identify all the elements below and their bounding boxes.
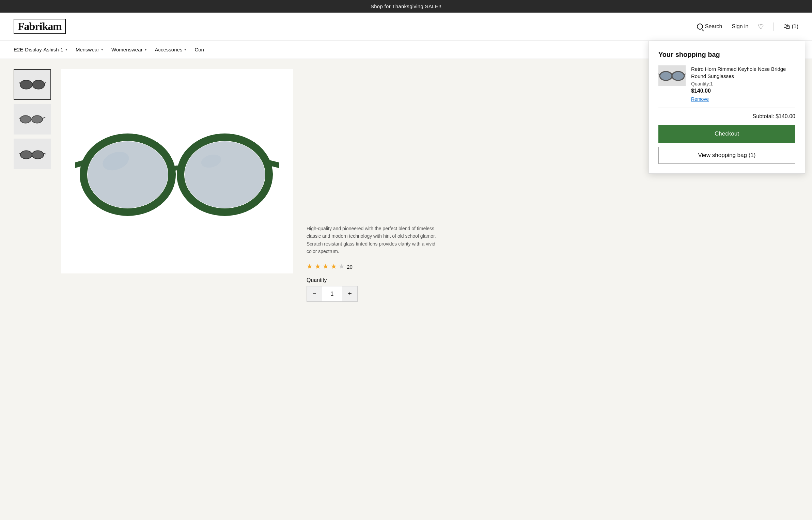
sign-in-button[interactable]: Sign in: [732, 23, 749, 30]
bag-item-info: Retro Horn Rimmed Keyhole Nose Bridge Ro…: [691, 65, 795, 102]
review-count: 20: [347, 264, 353, 270]
thumbnail-3[interactable]: [14, 139, 51, 169]
nav-item-accessories[interactable]: Accessories ▾: [155, 41, 195, 59]
shopping-bag-panel: Your shopping bag Retro Horn Rimmed Keyh…: [649, 41, 805, 174]
cart-button[interactable]: 🛍 (1): [783, 22, 798, 30]
header: Fabrikam Search Sign in ♡ 🛍 (1): [0, 13, 812, 41]
quantity-control: − 1 +: [307, 286, 358, 302]
bag-item-name: Retro Horn Rimmed Keyhole Nose Bridge Ro…: [691, 65, 795, 80]
thumbnail-1[interactable]: [14, 69, 51, 100]
nav-item-womenswear-label: Womenswear: [111, 47, 142, 52]
thumbnail-list: [14, 69, 51, 273]
nav-item-menswear[interactable]: Menswear ▾: [76, 41, 111, 59]
star-rating: ★ ★ ★ ★ ★: [307, 262, 345, 270]
nav-item-e2e-label: E2E-Display-Ashish-1: [14, 47, 63, 52]
chevron-down-icon: ▾: [184, 47, 186, 52]
chevron-down-icon: ▾: [145, 47, 147, 52]
bag-item-image: [658, 65, 686, 86]
svg-point-6: [32, 116, 43, 123]
cart-icon: 🛍: [783, 22, 790, 30]
search-label: Search: [705, 23, 722, 30]
header-right: Search Sign in ♡ 🛍 (1): [697, 22, 798, 31]
wishlist-button[interactable]: ♡: [758, 22, 764, 31]
svg-line-19: [75, 163, 84, 166]
nav-item-accessories-label: Accessories: [155, 47, 183, 52]
svg-point-23: [660, 72, 672, 80]
svg-point-10: [20, 151, 32, 159]
svg-line-13: [19, 154, 20, 154]
checkout-button[interactable]: Checkout: [658, 125, 795, 143]
star-5-empty: ★: [339, 263, 345, 270]
nav-item-womenswear[interactable]: Womenswear ▾: [111, 41, 155, 59]
svg-line-14: [44, 154, 46, 154]
star-4: ★: [331, 263, 337, 270]
svg-line-9: [43, 117, 45, 119]
quantity-decrease-button[interactable]: −: [307, 286, 322, 301]
star-2: ★: [315, 263, 321, 270]
bag-title: Your shopping bag: [658, 51, 795, 59]
quantity-value: 1: [322, 286, 342, 301]
bag-item-price: $140.00: [691, 88, 795, 94]
remove-item-button[interactable]: Remove: [691, 96, 709, 102]
quantity-label: Quantity: [307, 277, 443, 283]
svg-point-0: [20, 80, 32, 89]
nav-item-menswear-label: Menswear: [76, 47, 99, 52]
star-1: ★: [307, 263, 313, 270]
svg-line-8: [19, 118, 20, 119]
svg-point-11: [32, 151, 44, 159]
svg-point-18: [185, 141, 265, 208]
svg-point-24: [672, 72, 684, 80]
bag-item-quantity: Quantity:1: [691, 81, 795, 86]
view-bag-button[interactable]: View shopping bag (1): [658, 147, 795, 164]
nav-item-e2e[interactable]: E2E-Display-Ashish-1 ▾: [14, 41, 76, 59]
chevron-down-icon: ▾: [65, 47, 67, 52]
product-description: High-quality and pioneered with the perf…: [307, 225, 443, 255]
top-banner: Shop for Thanksgiving SALE!!: [0, 0, 812, 13]
product-info-area: High-quality and pioneered with the perf…: [307, 218, 443, 302]
header-divider: [774, 22, 774, 31]
cart-count: (1): [792, 23, 798, 30]
search-button[interactable]: Search: [697, 23, 722, 30]
svg-line-27: [684, 74, 686, 75]
svg-point-16: [88, 141, 168, 208]
search-icon: [697, 23, 703, 30]
nav-item-con-label: Con: [194, 47, 204, 52]
svg-point-5: [20, 116, 31, 123]
quantity-increase-button[interactable]: +: [342, 286, 357, 301]
thumbnail-2[interactable]: [14, 104, 51, 135]
svg-line-4: [45, 83, 46, 83]
bag-divider: [658, 108, 795, 108]
bag-subtotal: Subtotal: $140.00: [658, 113, 795, 120]
logo: Fabrikam: [14, 19, 66, 34]
nav-item-con[interactable]: Con: [194, 41, 212, 59]
svg-point-1: [32, 80, 45, 89]
svg-line-26: [658, 74, 660, 75]
banner-text: Shop for Thanksgiving SALE!!: [371, 3, 441, 9]
main-product-image: [61, 69, 293, 273]
star-3: ★: [323, 263, 329, 270]
bag-item: Retro Horn Rimmed Keyhole Nose Bridge Ro…: [658, 65, 795, 102]
svg-line-20: [269, 163, 279, 166]
svg-line-3: [19, 83, 20, 83]
chevron-down-icon: ▾: [101, 47, 103, 52]
